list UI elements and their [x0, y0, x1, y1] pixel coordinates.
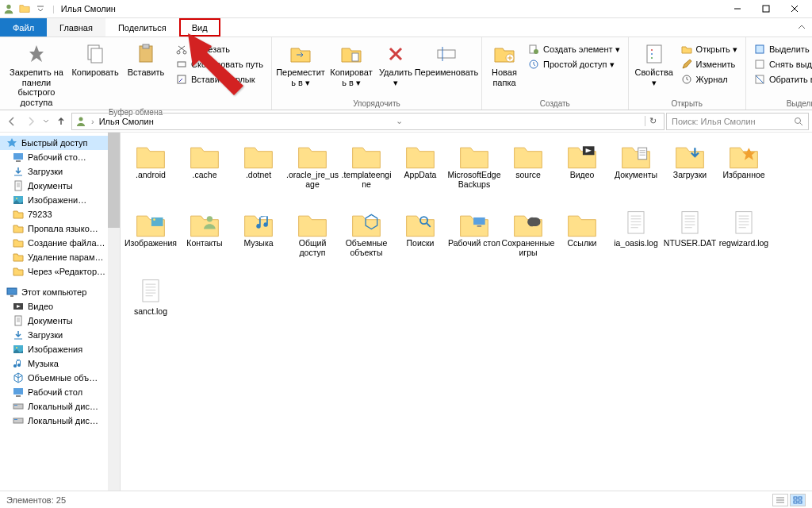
file-item[interactable]: Объемные объекты [339, 207, 393, 272]
tree-item[interactable]: Музыка [0, 356, 120, 371]
tab-file[interactable]: Файл [0, 18, 47, 37]
breadcrumb-item[interactable]: Илья Смолин [99, 117, 154, 126]
open-button[interactable]: Открыть ▾ [676, 42, 742, 56]
move-to-button[interactable]: Переместит ь в ▾ [275, 39, 326, 87]
cut-button[interactable]: Вырезать [171, 42, 268, 56]
user-icon [75, 116, 86, 127]
collapse-ribbon-button[interactable] [791, 18, 812, 37]
file-icon [296, 209, 329, 237]
tree-thispc[interactable]: Этот компьютер [0, 285, 120, 299]
file-item[interactable]: Изображения [124, 207, 178, 272]
tree-item[interactable]: Рабочий сто…📌 [0, 150, 120, 164]
file-item[interactable]: .oracle_jre_usage [285, 139, 339, 204]
minimize-button[interactable] [723, 0, 752, 18]
tab-share[interactable]: Поделиться [105, 18, 179, 37]
new-folder-button[interactable]: Новая папка [485, 39, 523, 87]
tree-item[interactable]: Загрузки [0, 328, 120, 342]
history-icon [681, 74, 692, 85]
tree-item[interactable]: Удаление парам… [0, 250, 120, 264]
file-item[interactable]: .cache [178, 139, 232, 204]
properties-button[interactable]: Свойства ▾ [632, 39, 676, 87]
file-item[interactable]: sanct.log [124, 275, 178, 341]
icons-view-button[interactable] [790, 494, 806, 506]
svg-rect-54 [736, 212, 752, 233]
new-item-button[interactable]: Создать элемент ▾ [523, 42, 625, 56]
forward-button[interactable] [22, 113, 40, 130]
tree-item[interactable]: Документы [0, 314, 120, 328]
tree-item[interactable]: 79233 [0, 207, 120, 221]
search-input[interactable]: Поиск: Илья Смолин [666, 113, 809, 130]
file-item[interactable]: source [501, 139, 555, 204]
select-all-button[interactable]: Выделить все [749, 42, 812, 56]
file-item[interactable]: Рабочий стол [447, 207, 501, 272]
tree-quickaccess[interactable]: Быстрый доступ [0, 136, 120, 150]
file-item[interactable]: NTUSER.DAT [663, 207, 717, 272]
back-button[interactable] [3, 113, 21, 130]
tree-item[interactable]: Объемные объ… [0, 371, 120, 385]
file-item[interactable]: regwizard.log [717, 207, 771, 272]
ribbon-group-select: Выделить все Снять выделение Обратить вы… [746, 37, 812, 110]
tree-scrollbar[interactable] [108, 133, 120, 495]
file-item[interactable]: AppData [393, 139, 447, 204]
easy-access-button[interactable]: Простой доступ ▾ [523, 57, 625, 71]
svg-rect-28 [16, 160, 21, 162]
file-item[interactable]: Документы [609, 139, 663, 204]
up-button[interactable] [52, 113, 70, 130]
tree-item[interactable]: Через «Редактор… [0, 264, 120, 279]
ribbon-group-open: Свойства ▾ Открыть ▾ Изменить Журнал Отк… [629, 37, 746, 110]
details-view-button[interactable] [772, 494, 788, 506]
ribbon-group-clipboard: Закрепить на панели быстрого доступа Коп… [0, 37, 272, 110]
refresh-button[interactable]: ↻ [645, 116, 661, 126]
file-item[interactable]: .android [124, 139, 178, 204]
copy-to-button[interactable]: Копироват ь в ▾ [326, 39, 377, 87]
file-item[interactable]: Видео [555, 139, 609, 204]
breadcrumb-dropdown[interactable]: ⌄ [396, 116, 403, 126]
file-item[interactable]: Контакты [178, 207, 232, 272]
edit-button[interactable]: Изменить [676, 57, 742, 71]
file-item[interactable]: .templateengine [339, 139, 393, 204]
file-item[interactable]: .dotnet [232, 139, 285, 204]
maximize-button[interactable] [752, 0, 780, 18]
tree-item[interactable]: Документы📌 [0, 179, 120, 193]
tree-item[interactable]: Изображени…📌 [0, 193, 120, 207]
tree-item[interactable]: Видео [0, 299, 120, 314]
tab-view[interactable]: Вид [179, 18, 220, 37]
close-button[interactable] [780, 0, 809, 18]
tree-item-icon [13, 194, 24, 206]
pin-icon [25, 42, 48, 66]
tree-item[interactable]: Загрузки📌 [0, 164, 120, 179]
recent-dropdown[interactable] [41, 113, 51, 130]
file-item[interactable]: Музыка [232, 207, 285, 272]
tree-item[interactable]: Пропала языко… [0, 221, 120, 236]
selectnone-icon [754, 59, 765, 70]
file-item[interactable]: MicrosoftEdgeBackups [447, 139, 501, 204]
file-item[interactable]: Загрузки [663, 139, 717, 204]
ribbon: Закрепить на панели быстрого доступа Коп… [0, 37, 812, 110]
pin-quickaccess-button[interactable]: Закрепить на панели быстрого доступа [3, 39, 70, 108]
rename-button[interactable]: Переименовать [415, 39, 478, 78]
tree-item[interactable]: Локальный дис… [0, 414, 120, 428]
tree-item[interactable]: Рабочий стол [0, 385, 120, 399]
copy-path-button[interactable]: Скопировать путь [171, 57, 268, 71]
invert-selection-button[interactable]: Обратить выделение [749, 72, 812, 87]
file-item[interactable]: Сохраненные игры [501, 207, 555, 272]
file-item[interactable]: Избранное [717, 139, 771, 204]
delete-button[interactable]: Удалить ▾ [377, 39, 415, 87]
file-icon [458, 209, 491, 237]
paste-button[interactable]: Вставить [121, 39, 171, 78]
tree-item[interactable]: Локальный дис… [0, 399, 120, 414]
file-item[interactable]: Общий доступ [285, 207, 339, 272]
history-button[interactable]: Журнал [676, 72, 742, 87]
file-icon [350, 209, 383, 237]
breadcrumb[interactable]: › Илья Смолин ⌄ ↻ [71, 113, 665, 130]
copy-button[interactable]: Копировать [70, 39, 121, 78]
paste-shortcut-button[interactable]: Вставить ярлык [171, 72, 268, 87]
file-item[interactable]: Поиски [393, 207, 447, 272]
tab-home[interactable]: Главная [47, 18, 105, 37]
file-item[interactable]: Ссылки [555, 207, 609, 272]
select-none-button[interactable]: Снять выделение [749, 57, 812, 71]
tree-item[interactable]: Создание файла… [0, 236, 120, 250]
file-item[interactable]: ia_oasis.log [609, 207, 663, 272]
qat-dropdown-icon[interactable] [36, 5, 44, 13]
tree-item[interactable]: Изображения [0, 342, 120, 356]
